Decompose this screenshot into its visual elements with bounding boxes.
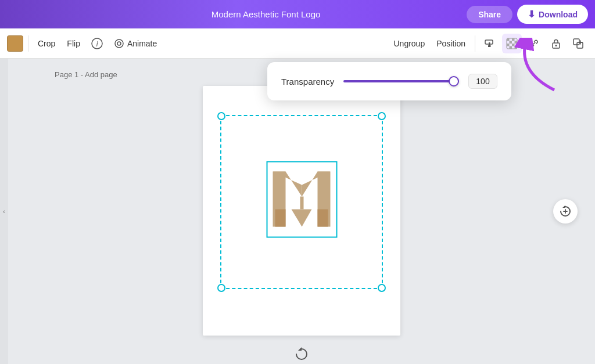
svg-rect-9 [512,38,515,41]
header-actions: Share ⬇ Download [467,5,588,24]
color-swatch[interactable] [7,35,23,52]
link-icon [528,38,540,49]
svg-point-3 [117,42,121,45]
svg-marker-30 [292,210,312,227]
lock-icon [550,38,562,49]
toolbar: Crop Flip i Animate Ungroup Position [0,28,595,59]
svg-rect-19 [577,42,583,48]
svg-rect-18 [574,39,579,45]
animate-icon [114,38,124,49]
svg-rect-8 [507,38,510,41]
svg-point-17 [555,45,557,46]
expand-icon [572,38,584,49]
svg-rect-14 [510,46,512,49]
sidebar-toggle[interactable]: ‹ [0,59,8,364]
paint-roller-icon [484,38,496,49]
position-label: Position [436,39,465,48]
refresh-plus-icon [559,205,572,218]
info-button[interactable]: i [87,34,107,53]
svg-marker-32 [298,347,302,351]
ai-generate-button[interactable] [553,199,578,224]
svg-text:i: i [96,40,98,48]
svg-point-2 [115,39,123,48]
crop-label: Crop [38,39,55,48]
logo-graphic[interactable] [251,157,353,265]
svg-rect-12 [507,44,510,46]
share-button[interactable]: Share [467,6,512,23]
expand-button[interactable] [568,34,588,53]
animate-label: Animate [127,39,157,48]
canvas-page[interactable] [203,86,400,336]
svg-rect-11 [515,41,518,44]
handle-bl[interactable] [217,284,225,292]
divider-2 [475,35,475,52]
svg-marker-33 [562,206,565,208]
rotate-handle[interactable] [294,347,309,364]
ungroup-button[interactable]: Ungroup [389,35,429,52]
animate-button[interactable]: Animate [109,35,162,52]
svg-rect-6 [488,45,491,47]
download-button[interactable]: ⬇ Download [517,5,588,24]
transparency-slider[interactable] [343,80,459,82]
handle-tr[interactable] [378,112,386,120]
download-icon: ⬇ [528,9,535,20]
sidebar-chevron-icon: ‹ [3,208,5,215]
position-button[interactable]: Position [432,35,470,52]
paint-roller-button[interactable] [480,34,500,53]
header: Modern Aesthetic Font Logo Share ⬇ Downl… [0,0,595,28]
ungroup-label: Ungroup [393,39,425,48]
svg-rect-10 [510,41,512,44]
document-title: Modern Aesthetic Font Logo [65,9,467,19]
svg-rect-31 [300,197,304,210]
transparency-button[interactable] [502,34,522,53]
flip-button[interactable]: Flip [62,35,85,52]
transparency-popup: Transparency 100 [267,62,511,100]
svg-rect-28 [275,210,286,227]
svg-rect-29 [318,210,328,227]
svg-rect-15 [515,46,518,49]
main-area: ‹ Page 1 - Add page [0,59,595,364]
download-label: Download [539,10,578,19]
page-label: Page 1 - Add page [55,70,117,79]
checkerboard-icon [506,38,518,49]
svg-rect-13 [512,44,515,46]
lock-button[interactable] [546,34,566,53]
flip-label: Flip [67,39,80,48]
transparency-value[interactable]: 100 [468,74,497,89]
crop-button[interactable]: Crop [33,35,60,52]
rotate-icon [294,347,309,362]
handle-br[interactable] [378,284,386,292]
divider-1 [28,35,28,52]
canvas-area: Page 1 - Add page [8,59,595,364]
link-button[interactable] [524,34,544,53]
handle-tl[interactable] [217,112,225,120]
transparency-label: Transparency [281,77,334,87]
